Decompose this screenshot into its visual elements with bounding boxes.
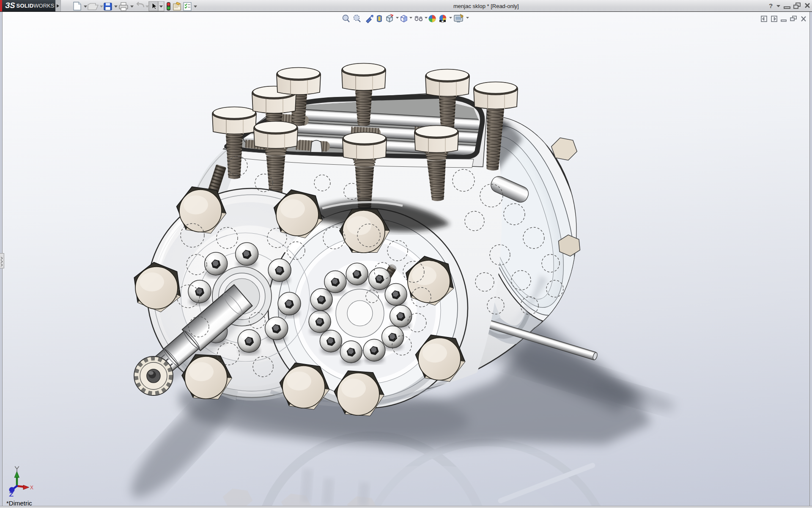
svg-text:?: ? xyxy=(769,2,773,9)
svg-text:X: X xyxy=(30,485,33,491)
